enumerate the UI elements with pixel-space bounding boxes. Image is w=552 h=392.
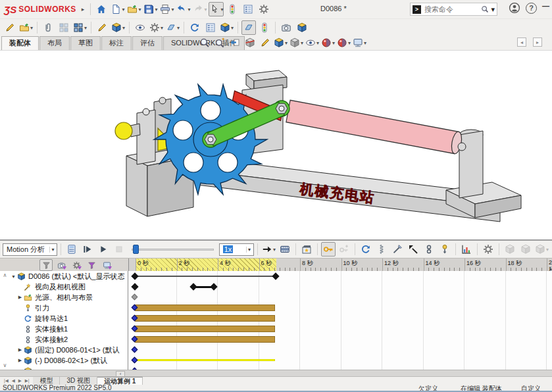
ribbon-tab-布局[interactable]: 布局 xyxy=(39,36,70,50)
section-view-button[interactable] xyxy=(243,36,257,49)
tree-scroll-up-icon[interactable]: ∧ xyxy=(1,272,9,278)
ribbon-tab-草图[interactable]: 草图 xyxy=(70,36,101,50)
dropdown-arrow-icon[interactable]: ▾ xyxy=(122,7,124,12)
instant3d-button[interactable] xyxy=(241,20,256,35)
gold-duration-bar[interactable] xyxy=(135,326,275,332)
tree-item-视向及相机视图[interactable]: 视向及相机视图 xyxy=(9,282,128,292)
expander-icon[interactable]: ▼ xyxy=(10,274,17,279)
smart-fasteners-button[interactable] xyxy=(95,20,109,35)
mate-button[interactable] xyxy=(41,20,55,35)
timeline-key-gray[interactable] xyxy=(132,294,138,301)
component-pattern-button[interactable]: ▾ xyxy=(72,20,88,35)
timeline-row[interactable] xyxy=(128,334,552,345)
new-motion-study-button[interactable] xyxy=(188,20,202,35)
motor-button[interactable] xyxy=(359,242,373,257)
performance-evaluation-button[interactable] xyxy=(225,2,239,16)
search-input[interactable] xyxy=(423,5,479,14)
timeline-key-blue[interactable] xyxy=(132,357,138,364)
timeline-key-black[interactable] xyxy=(189,283,197,290)
hide-show-items-button[interactable]: ▾ xyxy=(305,36,320,49)
dropdown-arrow-icon[interactable]: ▾ xyxy=(138,7,141,12)
dropdown-arrow-icon[interactable]: ▾ xyxy=(546,247,549,253)
gravity-button[interactable] xyxy=(438,242,452,257)
show-hidden-components-button[interactable] xyxy=(133,20,147,35)
roller-part[interactable] xyxy=(286,100,466,155)
graphics-area[interactable]: 机械充电站 xyxy=(0,50,552,239)
timeline-row[interactable] xyxy=(128,324,552,334)
timeline-key-blue[interactable] xyxy=(132,347,138,353)
timeline-row[interactable] xyxy=(128,303,552,313)
file-properties-button[interactable] xyxy=(241,2,255,16)
chevron-down-icon[interactable]: ▾ xyxy=(49,247,55,253)
user-account-icon[interactable] xyxy=(509,2,520,14)
ribbon-tab-评估[interactable]: 评估 xyxy=(132,36,163,50)
search-dropdown-arrow-icon[interactable]: ▾ xyxy=(491,5,495,14)
exploded-view-button[interactable]: ▾ xyxy=(219,20,234,35)
timeline-row[interactable] xyxy=(128,271,552,282)
save-animation-button[interactable] xyxy=(278,242,292,257)
tab-nav-icon[interactable]: ▶| xyxy=(24,378,31,383)
timeline-row[interactable] xyxy=(128,292,552,303)
print-button[interactable]: ▾ xyxy=(159,2,174,16)
animation-wizard-button[interactable] xyxy=(299,242,314,257)
insert-components-button[interactable]: ▾ xyxy=(18,20,34,35)
dropdown-arrow-icon[interactable]: ▾ xyxy=(301,40,303,46)
previous-view-button[interactable] xyxy=(228,36,242,49)
dropdown-arrow-icon[interactable]: ▾ xyxy=(273,247,276,253)
ribbon-tab-装配体[interactable]: 装配体 xyxy=(1,36,39,50)
dynamic-annotation-views-button[interactable] xyxy=(258,36,272,49)
help-icon[interactable]: ? xyxy=(526,3,537,14)
display-style-button[interactable]: ▾ xyxy=(289,36,304,49)
expander-icon[interactable]: ▶ xyxy=(16,358,24,363)
bill-of-materials-button[interactable] xyxy=(203,20,218,35)
play-button[interactable] xyxy=(96,242,111,257)
calculate-button[interactable] xyxy=(64,242,79,257)
reference-geometry-button[interactable]: ▾ xyxy=(165,20,180,35)
edit-component-button[interactable] xyxy=(3,20,17,35)
dropdown-arrow-icon[interactable]: ▾ xyxy=(231,25,234,31)
timeline-row[interactable] xyxy=(128,282,552,292)
timeline-area[interactable] xyxy=(128,271,552,370)
timeline-key-black[interactable] xyxy=(131,283,138,290)
dropdown-arrow-icon[interactable]: ▾ xyxy=(204,7,207,12)
dropdown-arrow-icon[interactable]: ▾ xyxy=(332,40,335,46)
ribbon-tab-标注[interactable]: 标注 xyxy=(101,36,132,50)
undo-button[interactable]: ▾ xyxy=(176,2,191,16)
open-document-button[interactable]: ▾ xyxy=(126,2,141,16)
tree-scroll-down-icon[interactable]: ∨ xyxy=(1,362,9,368)
playback-speed-select[interactable]: 1x ▾ xyxy=(219,243,254,256)
filter-selected-button[interactable] xyxy=(85,259,98,271)
minimize-button[interactable]: — xyxy=(542,2,549,14)
tree-item-(-) D0086-02<1> (默认[interactable]: ▶(-) D0086-02<1> (默认 xyxy=(9,355,128,366)
timeline-row[interactable] xyxy=(128,345,552,355)
damper-button[interactable] xyxy=(390,242,405,257)
dropdown-arrow-icon[interactable]: ▾ xyxy=(188,7,190,12)
save-button[interactable]: ▾ xyxy=(143,2,158,16)
chevron-down-icon[interactable]: ▾ xyxy=(246,247,252,253)
timeline-row[interactable] xyxy=(128,355,552,366)
tree-item-引力[interactable]: 引力 xyxy=(9,303,128,313)
motion-study-properties-button[interactable] xyxy=(481,242,495,257)
right-bearing-pillar-part[interactable] xyxy=(459,130,483,198)
slider-track[interactable] xyxy=(132,249,213,251)
timeline-position-slider[interactable] xyxy=(132,244,213,255)
gold-duration-bar[interactable] xyxy=(135,305,275,311)
dropdown-arrow-icon[interactable]: ▾ xyxy=(285,40,288,46)
tree-item-旋转马达1[interactable]: 旋转马达1 xyxy=(9,313,128,324)
timeline-ruler[interactable]: 0 秒2 秒4 秒6 秒8 秒10 秒12 秒14 秒16 秒18 秒20 秒 xyxy=(128,258,552,272)
tab-nav-icon[interactable]: ◀ xyxy=(11,378,16,383)
expander-icon[interactable]: ▶ xyxy=(16,295,24,300)
dropdown-arrow-icon[interactable]: ▾ xyxy=(316,40,319,46)
view-settings-button[interactable]: ▾ xyxy=(352,36,367,49)
zoom-to-area-button[interactable] xyxy=(213,36,227,49)
force-button[interactable] xyxy=(406,242,420,257)
take-snapshot-button[interactable] xyxy=(279,20,293,35)
move-component-button[interactable]: ▾ xyxy=(111,20,126,35)
zoom-to-fit-button[interactable] xyxy=(197,36,212,49)
assembly-model[interactable]: 机械充电站 xyxy=(0,51,552,240)
tab-nav-icon[interactable]: ▶ xyxy=(17,378,23,383)
collapse-left-panel-button[interactable]: ◂ xyxy=(517,37,526,47)
play-from-start-button[interactable] xyxy=(80,242,95,257)
edit-appearance-button[interactable]: ▾ xyxy=(320,36,336,49)
filter-results-button[interactable] xyxy=(100,259,113,271)
